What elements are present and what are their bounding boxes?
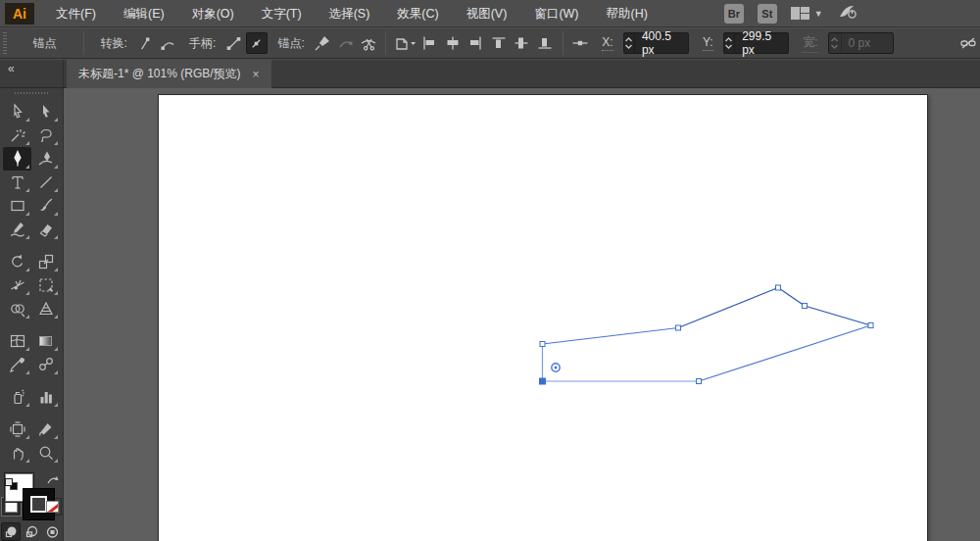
menu-item-5[interactable]: 效果(C) xyxy=(383,0,452,27)
anchor-point-0[interactable] xyxy=(540,342,545,347)
x-value[interactable]: 400.5 px xyxy=(635,29,688,57)
anchor-point-3[interactable] xyxy=(803,304,808,309)
type-tool[interactable] xyxy=(3,171,31,194)
cut-path-button[interactable] xyxy=(358,32,379,54)
tab-bar: « 未标题-1* @ 101% (RGB/预览) × xyxy=(0,60,980,88)
eraser-tool[interactable] xyxy=(31,218,60,241)
x-stepper[interactable] xyxy=(624,33,635,53)
line-segment-tool[interactable] xyxy=(31,171,60,194)
anchor-point-2[interactable] xyxy=(776,285,781,290)
align-right-button[interactable] xyxy=(466,32,487,54)
bridge-button[interactable]: Br xyxy=(724,4,744,24)
draw-behind-button[interactable] xyxy=(22,522,41,541)
separator xyxy=(385,31,386,55)
menu-item-2[interactable]: 对象(O) xyxy=(178,0,248,27)
align-top-button[interactable] xyxy=(488,32,510,54)
anchor-point-6[interactable] xyxy=(539,378,546,385)
menu-item-6[interactable]: 视图(V) xyxy=(453,0,521,27)
anchor-point-5[interactable] xyxy=(697,379,702,384)
app-logo: Ai xyxy=(5,3,34,25)
control-bar: 锚点 转换: 手柄: 锚点: xyxy=(0,28,980,59)
menu-item-8[interactable]: 帮助(H) xyxy=(593,0,662,27)
default-colors-icon[interactable] xyxy=(5,478,18,490)
workspace-switcher[interactable]: ▼ xyxy=(791,7,823,20)
direct-selection-tool[interactable] xyxy=(31,100,60,123)
rectangle-tool[interactable] xyxy=(3,194,31,218)
align-bottom-button[interactable] xyxy=(534,32,556,54)
swap-fill-stroke-icon[interactable] xyxy=(46,472,59,490)
menu-item-0[interactable]: 文件(F) xyxy=(42,0,110,27)
main-area xyxy=(0,88,980,541)
drawing-modes xyxy=(1,522,62,541)
magic-wand-tool[interactable] xyxy=(3,123,31,147)
tool-divider xyxy=(3,320,60,329)
pen-tool[interactable] xyxy=(3,147,31,171)
align-center-vertical-button[interactable] xyxy=(512,32,533,54)
remove-anchor-button[interactable] xyxy=(312,32,333,54)
isolate-object-button[interactable] xyxy=(393,32,416,54)
zoom-tool[interactable] xyxy=(31,441,60,465)
connect-path-button[interactable] xyxy=(334,32,356,54)
hand-tool[interactable] xyxy=(3,441,31,465)
slice-tool[interactable] xyxy=(31,418,60,441)
eyedropper-tool[interactable] xyxy=(3,353,31,376)
artboard-tool[interactable] xyxy=(3,418,31,441)
scale-tool[interactable] xyxy=(31,250,60,273)
y-field[interactable]: 299.5 px xyxy=(723,32,790,54)
draw-normal-button[interactable] xyxy=(1,522,21,541)
symbol-sprayer-tool[interactable] xyxy=(3,385,31,409)
align-center-horizontal-button[interactable] xyxy=(442,32,464,54)
perspective-grid-tool[interactable] xyxy=(31,297,60,320)
draw-inside-button[interactable] xyxy=(42,522,62,541)
separator xyxy=(83,31,84,55)
toolbar-collapse-button[interactable]: « xyxy=(0,60,64,87)
workspace-icon xyxy=(791,7,809,20)
control-bar-grip[interactable] xyxy=(3,32,7,54)
column-graph-tool[interactable] xyxy=(31,385,60,409)
rotate-tool[interactable] xyxy=(3,250,31,273)
align-left-button[interactable] xyxy=(418,32,440,54)
menu-item-7[interactable]: 窗口(W) xyxy=(520,0,592,27)
free-transform-tool[interactable] xyxy=(31,273,60,297)
y-value[interactable]: 299.5 px xyxy=(735,29,788,57)
show-handles-button[interactable] xyxy=(222,32,244,54)
gradient-tool[interactable] xyxy=(31,329,60,353)
close-tab-icon[interactable]: × xyxy=(253,68,260,81)
mesh-tool[interactable] xyxy=(3,329,31,353)
width-tool[interactable] xyxy=(3,273,31,297)
menu-item-4[interactable]: 选择(S) xyxy=(316,0,384,27)
shaper-tool[interactable] xyxy=(3,218,31,241)
menu-item-3[interactable]: 文字(T) xyxy=(248,0,316,27)
hide-handles-button[interactable] xyxy=(246,32,268,54)
stock-button[interactable]: St xyxy=(758,4,777,24)
menu-item-1[interactable]: 编辑(E) xyxy=(110,0,178,27)
chevron-down-icon: ▼ xyxy=(814,9,823,19)
menubar-right: Br St ▼ xyxy=(724,2,858,25)
width-label: 宽: xyxy=(803,34,817,53)
convert-to-corner-button[interactable] xyxy=(134,32,156,54)
gpu-performance-icon[interactable] xyxy=(837,2,858,25)
convert-to-smooth-button[interactable] xyxy=(157,32,178,54)
width-stepper xyxy=(829,33,842,53)
tools-panel xyxy=(0,88,64,541)
convert-label: 转换: xyxy=(100,35,126,52)
anchor-point-4[interactable] xyxy=(868,323,873,328)
curvature-tool[interactable] xyxy=(31,147,60,171)
tools-panel-grip[interactable] xyxy=(15,92,48,94)
tool-divider xyxy=(3,409,60,418)
x-field[interactable]: 400.5 px xyxy=(623,32,690,54)
menu-bar: Ai 文件(F)编辑(E)对象(O)文字(T)选择(S)效果(C)视图(V)窗口… xyxy=(0,0,980,27)
unlink-dimensions-button[interactable] xyxy=(958,32,980,54)
blend-tool[interactable] xyxy=(31,353,60,376)
canvas-pasteboard[interactable] xyxy=(64,88,980,541)
width-field: 0 px xyxy=(828,32,894,54)
paintbrush-tool[interactable] xyxy=(31,194,60,218)
shape-builder-tool[interactable] xyxy=(3,297,31,320)
anchor-point-1[interactable] xyxy=(676,325,681,330)
selection-tool[interactable] xyxy=(3,100,31,123)
lasso-tool[interactable] xyxy=(31,123,60,147)
path-overlay[interactable] xyxy=(64,88,980,541)
document-tab[interactable]: 未标题-1* @ 101% (RGB/预览) × xyxy=(67,60,271,88)
separator xyxy=(563,31,564,55)
y-stepper[interactable] xyxy=(724,33,735,53)
